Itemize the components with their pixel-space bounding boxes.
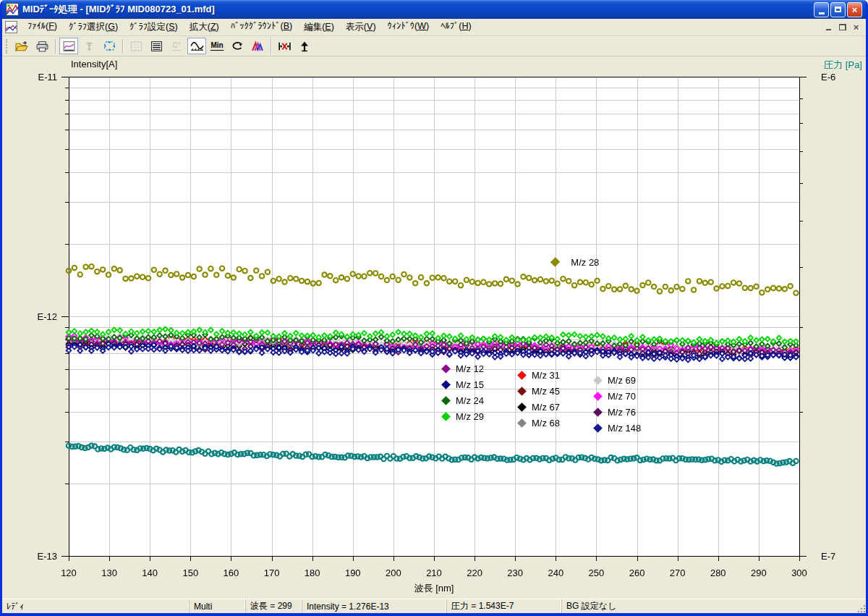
graph-display-button[interactable]	[59, 38, 78, 54]
right-decade-label: E-7	[821, 551, 856, 562]
x-tick-label: 250	[578, 568, 614, 578]
export-up-button[interactable]	[295, 38, 314, 54]
legend-label: M/z 15	[456, 379, 484, 390]
legend-item: M/z 148	[595, 420, 641, 436]
menu-item-H[interactable]: ﾍﾙﾌﾟ(H)	[435, 19, 477, 35]
x-tick-label: 120	[51, 568, 87, 578]
series-annotation: M/z 28	[552, 257, 599, 268]
mdi-restore-button[interactable]	[836, 22, 848, 33]
rotate-refresh-button[interactable]	[228, 38, 247, 54]
fit-view-button[interactable]	[100, 38, 119, 54]
delete-x-range-icon	[278, 41, 292, 52]
maximize-button[interactable]	[830, 2, 846, 17]
x-tick-label: 220	[456, 568, 493, 578]
menu-item-F[interactable]: ﾌｧｲﾙ(F)	[22, 19, 63, 35]
minimize-icon	[819, 12, 825, 14]
mdi-minimize-icon	[826, 29, 831, 30]
x-tick-label: 180	[294, 568, 331, 578]
status-bar: ﾚﾃﾞｨ Multi 波長 = 299 Intensity = 1.276E-1…	[2, 599, 866, 613]
legend-diamond-icon	[441, 412, 451, 421]
menu-bar: ﾌｧｲﾙ(F)ｸﾞﾗﾌ選択(G)ｸﾞﾗﾌ設定(S)拡大(Z)ﾊﾞｯｸｸﾞﾗｳﾝﾄ…	[2, 19, 866, 36]
x-tick-label: 280	[700, 568, 736, 578]
legend-diamond-icon	[441, 380, 451, 389]
status-intensity: Intensity = 1.276E-13	[302, 599, 447, 613]
menu-item-S[interactable]: ｸﾞﾗﾌ設定(S)	[124, 19, 184, 35]
menu-item-Z[interactable]: 拡大(Z)	[184, 19, 225, 35]
menu-item-G[interactable]: ｸﾞﾗﾌ選択(G)	[63, 19, 124, 35]
menu-item-V[interactable]: 表示(V)	[340, 19, 382, 35]
menu-item-E[interactable]: 編集(E)	[298, 19, 340, 35]
min-scale-icon: Min	[210, 42, 223, 51]
status-background-setting: BG 設定なし	[562, 599, 854, 613]
legend-diamond-icon	[517, 402, 527, 412]
app-window: MIDﾃﾞｰﾀ処理 - [MIDｸﾞﾗﾌ MID080723_01.mfd] ×…	[0, 0, 868, 616]
legend-label: M/z 29	[456, 411, 484, 422]
menu-item-B[interactable]: ﾊﾞｯｸｸﾞﾗｳﾝﾄﾞ(B)	[225, 19, 298, 35]
legend-label: M/z 45	[532, 386, 560, 397]
legend-label: M/z 69	[608, 375, 636, 386]
annotation-label: M/z 28	[571, 257, 599, 268]
legend-diamond-icon	[593, 376, 603, 385]
minimize-button[interactable]	[814, 2, 829, 17]
print-button[interactable]	[33, 38, 51, 54]
celsius-button: C°	[167, 38, 186, 54]
legend-diamond-icon	[441, 396, 451, 405]
annotation-diamond-icon	[550, 258, 560, 267]
x-tick-label: 160	[213, 568, 249, 578]
graph-icon	[63, 41, 75, 52]
chart-client-area: Intensity[A] 圧力 [Pa] E-11 E-12 E-13 E-6 …	[2, 56, 866, 599]
fit-view-icon	[103, 40, 116, 52]
x-tick-label: 190	[335, 568, 371, 578]
status-wavelength: 波長 = 299	[246, 599, 302, 613]
left-decade-label: E-13	[22, 551, 57, 562]
left-axis-title: Intensity[A]	[71, 59, 117, 69]
legend-item: M/z 29	[443, 408, 484, 424]
delete-points-button[interactable]	[275, 38, 294, 54]
toolbar-grip[interactable]	[6, 39, 8, 54]
x-tick-label: 140	[132, 568, 168, 578]
legend-item: M/z 69	[595, 372, 641, 388]
legend-item: M/z 15	[443, 376, 484, 392]
mdi-minimize-button[interactable]	[822, 22, 835, 33]
open-file-button[interactable]	[12, 38, 31, 54]
smooth-curve-button[interactable]	[187, 38, 206, 54]
x-tick-label: 300	[781, 568, 817, 578]
min-scale-button[interactable]: Min	[208, 38, 226, 54]
x-tick-label: 290	[741, 568, 777, 578]
legend-item: M/z 68	[519, 415, 560, 431]
legend-item: M/z 12	[443, 360, 484, 376]
status-mode: Multi	[190, 599, 246, 613]
chart-plot-canvas[interactable]	[2, 56, 866, 599]
legend-label: M/z 148	[608, 423, 641, 434]
legend-label: M/z 76	[608, 407, 636, 418]
document-chart-icon[interactable]	[5, 21, 17, 33]
legend-diamond-icon	[593, 392, 603, 401]
status-pressure: 圧力 = 1.543E-7	[447, 599, 562, 613]
title-bar[interactable]: MIDﾃﾞｰﾀ処理 - [MIDｸﾞﾗﾌ MID080723_01.mfd] ×	[2, 0, 866, 19]
list-icon	[150, 41, 163, 52]
legend-label: M/z 12	[456, 363, 484, 374]
close-button[interactable]: ×	[847, 2, 862, 17]
right-axis-title: 圧力 [Pa]	[824, 59, 862, 72]
x-axis-title: 波長 [nm]	[398, 582, 470, 595]
resize-grip[interactable]	[854, 599, 866, 613]
menu-item-W[interactable]: ｳｨﾝﾄﾞｳ(W)	[382, 19, 435, 35]
toolbar-separator	[122, 39, 123, 54]
legend-label: M/z 68	[532, 418, 560, 429]
resize-grip-icon	[857, 604, 866, 613]
left-decade-label: E-12	[22, 311, 57, 322]
background-button[interactable]	[248, 38, 267, 54]
legend-diamond-icon	[517, 371, 527, 380]
marker-adjust-button	[80, 38, 98, 54]
list-view-button[interactable]	[147, 38, 166, 54]
up-arrow-icon	[299, 41, 310, 52]
status-ready: ﾚﾃﾞｨ	[2, 599, 190, 613]
x-tick-label: 240	[537, 568, 574, 578]
toolbar: C° Min	[2, 36, 866, 56]
legend-column-3: M/z 69M/z 70M/z 76M/z 148	[595, 372, 641, 436]
mdi-restore-icon	[839, 24, 846, 30]
legend-item: M/z 31	[519, 367, 560, 383]
mdi-close-button[interactable]: ×	[850, 22, 862, 33]
legend-diamond-icon	[593, 408, 603, 417]
x-tick-label: 230	[497, 568, 533, 578]
